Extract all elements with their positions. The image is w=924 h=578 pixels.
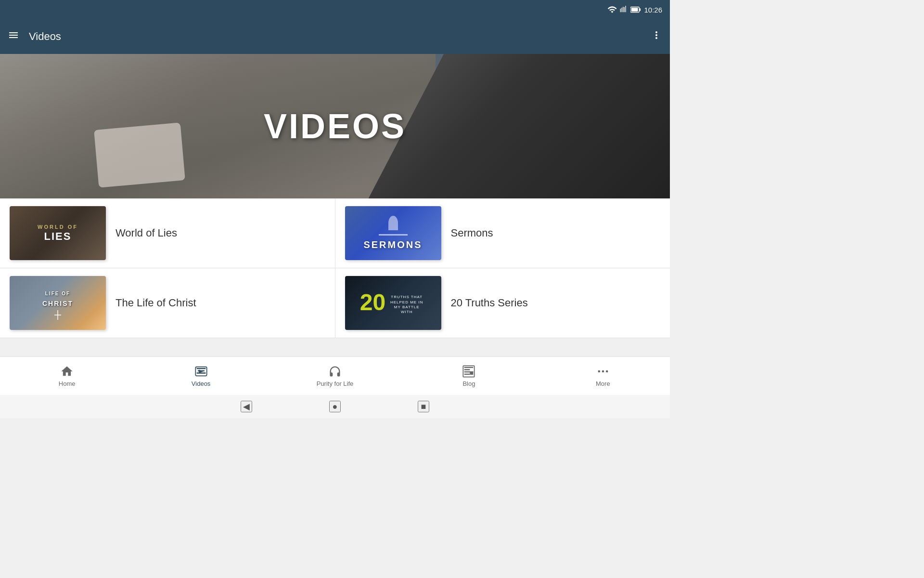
video-row-2: LIFE of CHRIST The Life of Christ 20 TRU…: [0, 268, 670, 338]
svg-rect-1: [640, 8, 641, 11]
video-icon: [194, 365, 208, 378]
video-thumb-life-of-christ: LIFE of CHRIST: [10, 276, 106, 330]
hero-title: VIDEOS: [264, 106, 406, 146]
nav-label-blog: Blog: [462, 380, 475, 387]
thumb-sermons-bg: SERMONS: [345, 206, 441, 260]
svg-point-6: [598, 370, 600, 373]
content-area: WORLD OF LIES World of Lies SERMONS Serm…: [0, 198, 670, 338]
nav-label-videos: Videos: [192, 380, 211, 387]
bottom-nav: Home Videos Purity for Life Blog More: [0, 356, 670, 395]
video-label-20-truths: 20 Truths Series: [451, 297, 528, 309]
svg-rect-5: [470, 371, 474, 375]
thumb-world-of-lies-bottom: LIES: [44, 230, 72, 243]
svg-rect-2: [631, 8, 638, 11]
person-shape: [388, 216, 398, 230]
blog-icon: [462, 365, 475, 378]
thumb-world-of-lies-bg: WORLD OF LIES: [10, 206, 106, 260]
nav-item-home[interactable]: Home: [0, 361, 134, 391]
more-horiz-icon: [596, 365, 610, 378]
recent-button[interactable]: ■: [418, 401, 429, 412]
home-icon: [60, 365, 74, 378]
cross-horizontal: [54, 315, 61, 315]
video-label-world-of-lies: World of Lies: [116, 227, 177, 239]
video-label-life-of-christ: The Life of Christ: [116, 297, 196, 309]
app-title: Videos: [29, 30, 61, 43]
podium-shape: [379, 234, 408, 236]
video-cell-life-of-christ[interactable]: LIFE of CHRIST The Life of Christ: [0, 268, 335, 338]
svg-point-7: [602, 370, 604, 373]
hero-tablet: [94, 122, 185, 187]
thumb-20-text: TRUTHS THAT HELPED ME IN MY BATTLE WITH: [387, 295, 426, 315]
video-thumb-20-truths: 20 TRUTHS THAT HELPED ME IN MY BATTLE WI…: [345, 276, 441, 330]
thumb-20-number: 20: [360, 291, 385, 314]
hero-banner: VIDEOS: [0, 54, 670, 198]
nav-item-purity[interactable]: Purity for Life: [268, 361, 402, 391]
status-bar: 10:26: [0, 0, 670, 19]
system-nav: ◀ ● ■: [0, 395, 670, 418]
video-cell-20-truths[interactable]: 20 TRUTHS THAT HELPED ME IN MY BATTLE WI…: [335, 268, 670, 338]
back-button[interactable]: ◀: [241, 401, 252, 412]
thumb-world-of-lies-top: WORLD OF: [38, 223, 78, 230]
headphones-icon: [328, 365, 342, 378]
more-vert-icon[interactable]: [651, 29, 662, 44]
video-thumb-world-of-lies: WORLD OF LIES: [10, 206, 106, 260]
nav-label-home: Home: [59, 380, 76, 387]
signal-icon: [620, 6, 628, 13]
status-time: 10:26: [644, 6, 662, 14]
nav-item-blog[interactable]: Blog: [402, 361, 536, 391]
video-label-sermons: Sermons: [451, 227, 493, 239]
thumb-life-top: LIFE of: [45, 290, 70, 297]
nav-label-more: More: [596, 380, 610, 387]
battery-icon: [630, 6, 641, 13]
video-cell-world-of-lies[interactable]: WORLD OF LIES World of Lies: [0, 198, 335, 268]
thumb-20-truths-bg: 20 TRUTHS THAT HELPED ME IN MY BATTLE WI…: [345, 276, 441, 330]
video-cell-sermons[interactable]: SERMONS Sermons: [335, 198, 670, 268]
nav-label-purity: Purity for Life: [317, 380, 354, 387]
nav-item-more[interactable]: More: [536, 361, 670, 391]
app-bar-left: Videos: [8, 29, 61, 44]
thumb-life-main: CHRIST: [42, 299, 73, 309]
video-thumb-sermons: SERMONS: [345, 206, 441, 260]
thumb-sermons-text: SERMONS: [363, 239, 422, 250]
menu-icon[interactable]: [8, 29, 19, 44]
wifi-icon: [607, 5, 617, 14]
app-bar: Videos: [0, 19, 670, 54]
nav-item-videos[interactable]: Videos: [134, 361, 268, 391]
thumb-life-of-christ-bg: LIFE of CHRIST: [10, 276, 106, 330]
status-icons: 10:26: [607, 5, 662, 14]
home-button[interactable]: ●: [329, 401, 341, 412]
svg-point-8: [606, 370, 608, 373]
video-row-1: WORLD OF LIES World of Lies SERMONS Serm…: [0, 198, 670, 268]
